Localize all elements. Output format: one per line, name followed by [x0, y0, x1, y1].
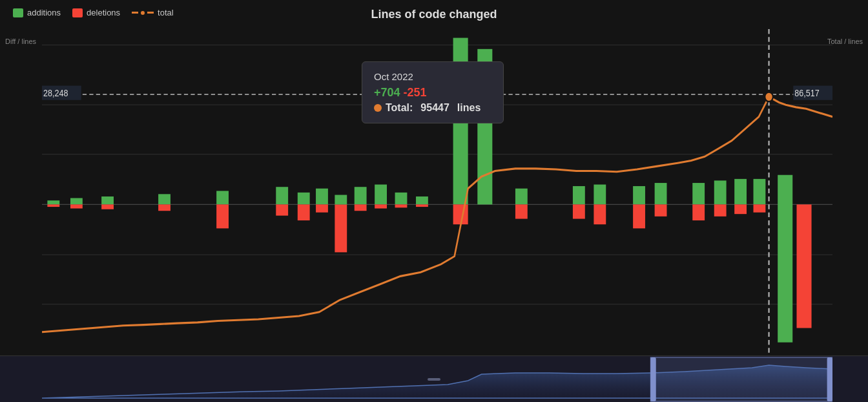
svg-rect-76	[650, 357, 656, 401]
svg-rect-48	[416, 204, 428, 207]
minimap[interactable]	[0, 355, 868, 402]
tooltip-total: Total: 95447 lines	[374, 102, 491, 114]
svg-rect-28	[101, 204, 114, 209]
svg-rect-59	[633, 204, 645, 228]
svg-rect-37	[316, 189, 328, 205]
deletions-color-box	[72, 8, 83, 17]
svg-rect-23	[47, 200, 59, 204]
axis-label-right: Total / lines	[827, 37, 863, 45]
svg-rect-70	[778, 175, 792, 343]
svg-rect-57	[594, 204, 606, 224]
svg-rect-50	[453, 204, 468, 224]
svg-rect-42	[355, 204, 367, 211]
chart-container: additions deletions total Lines of code …	[0, 0, 868, 402]
svg-rect-32	[216, 204, 229, 228]
svg-rect-58	[633, 186, 645, 204]
svg-rect-26	[70, 204, 83, 208]
tooltip-total-unit: lines	[457, 102, 480, 114]
tooltip: Oct 2022 +704 -251 Total: 95447 lines	[362, 61, 504, 123]
svg-rect-65	[714, 204, 727, 217]
tooltip-total-value: 95447	[420, 102, 450, 114]
svg-rect-25	[70, 198, 83, 204]
svg-rect-60	[655, 183, 667, 204]
svg-rect-34	[276, 204, 288, 215]
svg-rect-24	[47, 204, 59, 207]
tooltip-deletions: -251	[404, 86, 427, 99]
svg-rect-35	[298, 193, 310, 205]
svg-rect-52	[515, 189, 528, 205]
svg-rect-55	[573, 204, 585, 218]
svg-rect-47	[416, 196, 428, 204]
tooltip-total-label: Total:	[386, 102, 413, 114]
svg-rect-66	[734, 179, 747, 204]
legend-deletions: deletions	[72, 8, 120, 17]
tooltip-dot	[374, 104, 382, 112]
svg-rect-67	[734, 204, 747, 214]
svg-rect-43	[375, 185, 387, 205]
svg-text:28,248: 28,248	[43, 88, 68, 98]
svg-rect-62	[692, 183, 705, 204]
svg-rect-53	[515, 204, 528, 218]
svg-rect-54	[573, 186, 585, 204]
svg-rect-33	[276, 187, 288, 204]
legend-total: total	[132, 8, 174, 17]
svg-rect-64	[714, 180, 727, 204]
svg-rect-63	[692, 204, 705, 220]
svg-rect-71	[797, 204, 812, 328]
svg-rect-61	[655, 204, 667, 217]
additions-color-box	[13, 8, 23, 17]
svg-rect-69	[753, 204, 765, 212]
svg-text:86,517: 86,517	[794, 88, 819, 98]
minimap-drag-indicator	[428, 378, 440, 381]
svg-rect-29	[158, 194, 170, 204]
svg-rect-40	[335, 195, 347, 205]
svg-rect-45	[395, 193, 408, 205]
svg-rect-44	[375, 204, 387, 208]
svg-rect-27	[101, 196, 114, 204]
total-dot	[140, 10, 146, 16]
additions-label: additions	[27, 8, 61, 17]
svg-rect-36	[298, 204, 310, 220]
total-line-left	[132, 12, 138, 14]
svg-rect-75	[650, 357, 832, 401]
axis-label-left: Diff / lines	[5, 37, 36, 45]
chart-title: Lines of code changed	[371, 8, 497, 21]
total-line-right	[147, 12, 154, 14]
svg-rect-30	[158, 204, 170, 211]
legend: additions deletions total	[13, 8, 174, 17]
tooltip-additions: +704	[374, 86, 400, 99]
total-label: total	[158, 8, 174, 17]
tooltip-date: Oct 2022	[374, 71, 491, 82]
svg-rect-56	[594, 185, 606, 205]
svg-rect-68	[753, 179, 765, 204]
svg-rect-31	[216, 191, 229, 204]
svg-rect-39	[335, 204, 347, 252]
svg-rect-77	[827, 357, 832, 401]
legend-additions: additions	[13, 8, 61, 17]
svg-point-73	[765, 92, 773, 101]
svg-rect-38	[316, 204, 328, 212]
svg-rect-41	[355, 187, 367, 204]
deletions-label: deletions	[87, 8, 120, 17]
svg-rect-46	[395, 204, 408, 207]
